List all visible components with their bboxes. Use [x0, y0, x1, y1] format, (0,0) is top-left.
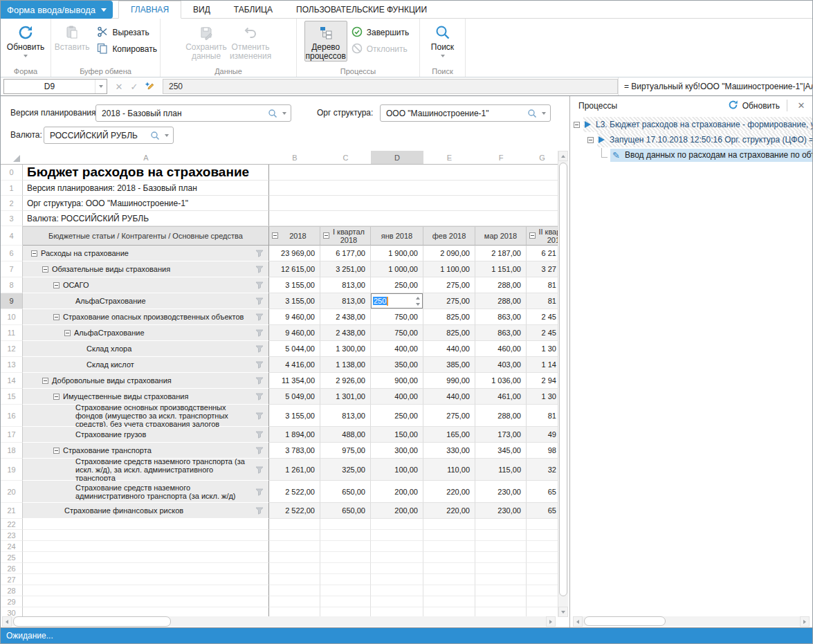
empty-cell[interactable] — [527, 574, 558, 585]
empty-cell[interactable] — [320, 574, 371, 585]
value-cell[interactable]: 2 45 — [527, 325, 558, 341]
value-cell[interactable]: 1 100,00 — [423, 261, 475, 277]
filter-funnel-icon[interactable] — [255, 282, 264, 291]
collapse-icon[interactable] — [529, 232, 536, 239]
collapse-icon[interactable] — [31, 250, 37, 257]
value-cell[interactable]: 345,00 — [475, 443, 527, 459]
scroll-up-icon[interactable] — [558, 151, 568, 161]
empty-label-cell[interactable] — [23, 563, 269, 574]
value-cell[interactable]: 230,00 — [475, 481, 527, 503]
collapse-icon[interactable] — [53, 448, 60, 454]
row-number[interactable]: 16 — [1, 405, 23, 427]
value-cell[interactable]: 1 036,00 — [475, 373, 527, 389]
filter-funnel-icon[interactable] — [255, 313, 264, 322]
value-cell[interactable]: 750,00 — [371, 325, 423, 341]
empty-cell[interactable] — [527, 563, 558, 574]
value-cell[interactable]: 460,00 — [475, 341, 527, 357]
value-cell[interactable]: 650,00 — [320, 481, 371, 503]
value-cell[interactable]: 3 27 — [527, 261, 558, 277]
row-label-cell[interactable]: АльфаСтрахование — [23, 293, 269, 309]
process-tree-item[interactable]: Запущен 17.10.2018 12:50:16 Орг. структу… — [570, 132, 812, 147]
empty-cell[interactable] — [527, 585, 558, 596]
empty-cell[interactable] — [527, 552, 558, 563]
cancel-entry-icon[interactable]: ✕ — [111, 82, 127, 92]
sheet-title-cell[interactable]: Бюджет расходов на страхование — [23, 165, 269, 181]
value-cell[interactable]: 863,00 — [475, 325, 527, 341]
value-cell[interactable]: 3 783,00 — [269, 443, 320, 459]
refresh-button[interactable]: Обновить — [4, 21, 47, 58]
filter-funnel-icon[interactable] — [255, 345, 264, 354]
empty-cell[interactable] — [423, 563, 475, 574]
horizontal-scrollbar[interactable] — [2, 616, 556, 627]
value-cell[interactable]: 2 926,00 — [320, 373, 371, 389]
row-label-cell[interactable]: Обязательные виды страхования — [23, 261, 269, 277]
value-cell[interactable]: 23 969,00 — [269, 246, 320, 261]
column-letter-D[interactable]: D — [371, 151, 423, 164]
empty-label-cell[interactable] — [23, 530, 269, 541]
empty-cell[interactable] — [269, 530, 320, 541]
value-cell[interactable]: 330,00 — [423, 443, 475, 459]
value-cell[interactable]: 650,00 — [320, 503, 371, 519]
filter-funnel-icon[interactable] — [255, 297, 264, 306]
sheet-info-cell[interactable]: Орг структура: ООО "Машиностроение-1" — [23, 196, 269, 211]
row-label-cell[interactable]: Страхование основных производственных фо… — [23, 405, 269, 427]
tab-table[interactable]: ТАБЛИЦА — [222, 1, 284, 19]
empty-cell[interactable] — [320, 585, 371, 596]
value-cell[interactable]: 2 522,00 — [269, 481, 320, 503]
empty-cell[interactable] — [423, 585, 475, 596]
value-cell[interactable]: 403,00 — [475, 357, 527, 373]
value-cell[interactable]: 825,00 — [423, 325, 475, 341]
filter-funnel-icon[interactable] — [255, 393, 264, 402]
collapse-icon[interactable] — [587, 137, 594, 143]
value-cell[interactable]: 288,00 — [475, 277, 527, 293]
row-number[interactable]: 9 — [1, 293, 23, 309]
currency-combo[interactable]: РОССИЙСКИЙ РУБЛЬ — [44, 127, 174, 144]
cut-button[interactable]: Вырезать — [94, 26, 160, 39]
value-cell[interactable]: 250,00 — [371, 405, 423, 427]
filter-funnel-icon[interactable] — [255, 466, 264, 475]
collapse-icon[interactable] — [53, 394, 60, 400]
value-cell[interactable]: 1 151,00 — [475, 261, 527, 277]
value-cell[interactable]: 488,00 — [320, 427, 371, 443]
value-cell[interactable]: 49 — [527, 427, 558, 443]
row-number[interactable]: 24 — [1, 541, 23, 552]
filter-funnel-icon[interactable] — [255, 266, 264, 275]
value-cell[interactable]: 1 14 — [527, 357, 558, 373]
empty-cell[interactable] — [371, 552, 423, 563]
empty-cell[interactable] — [475, 596, 527, 607]
empty-cell[interactable] — [269, 574, 320, 585]
row-number[interactable]: 6 — [1, 246, 23, 261]
collapse-icon[interactable] — [53, 314, 60, 320]
empty-cell[interactable] — [320, 552, 371, 563]
tab-home[interactable]: ГЛАВНАЯ — [118, 1, 181, 19]
empty-label-cell[interactable] — [23, 519, 269, 530]
value-cell[interactable]: 2 522,00 — [269, 503, 320, 519]
process-item-selected[interactable]: ✎Ввод данных по расходам на страхование … — [610, 149, 812, 162]
value-cell[interactable]: 3 155,00 — [269, 293, 320, 309]
empty-cell[interactable] — [475, 530, 527, 541]
row-label-cell[interactable]: Склад хлора — [23, 341, 269, 357]
process-tree-item[interactable]: L3. Бюджет расходов на страхование - фор… — [570, 117, 812, 132]
value-cell[interactable]: 12 615,00 — [269, 261, 320, 277]
empty-cell[interactable] — [423, 596, 475, 607]
value-cell[interactable]: 9 460,00 — [269, 325, 320, 341]
value-cell[interactable]: 4 416,00 — [269, 357, 320, 373]
empty-cell[interactable] — [269, 563, 320, 574]
value-cell[interactable]: 165,00 — [423, 427, 475, 443]
filter-funnel-icon[interactable] — [255, 250, 264, 259]
empty-cell[interactable] — [475, 574, 527, 585]
empty-cell[interactable] — [527, 530, 558, 541]
value-cell[interactable]: 220,00 — [423, 481, 475, 503]
row-number[interactable]: 20 — [1, 481, 23, 503]
empty-label-cell[interactable] — [23, 552, 269, 563]
row-label-cell[interactable]: Добровольные виды страхования — [23, 373, 269, 389]
formula-wizard-icon[interactable] — [142, 80, 157, 93]
horizontal-scroll-thumb[interactable] — [13, 616, 171, 627]
empty-cell[interactable] — [371, 519, 423, 530]
value-cell[interactable]: 32 — [527, 459, 558, 481]
row-number[interactable]: 0 — [1, 165, 23, 181]
filter-funnel-icon[interactable] — [255, 412, 264, 421]
value-cell[interactable]: 1 261,00 — [269, 459, 320, 481]
value-cell[interactable]: 1 301,00 — [320, 389, 371, 405]
empty-cell[interactable] — [423, 519, 475, 530]
